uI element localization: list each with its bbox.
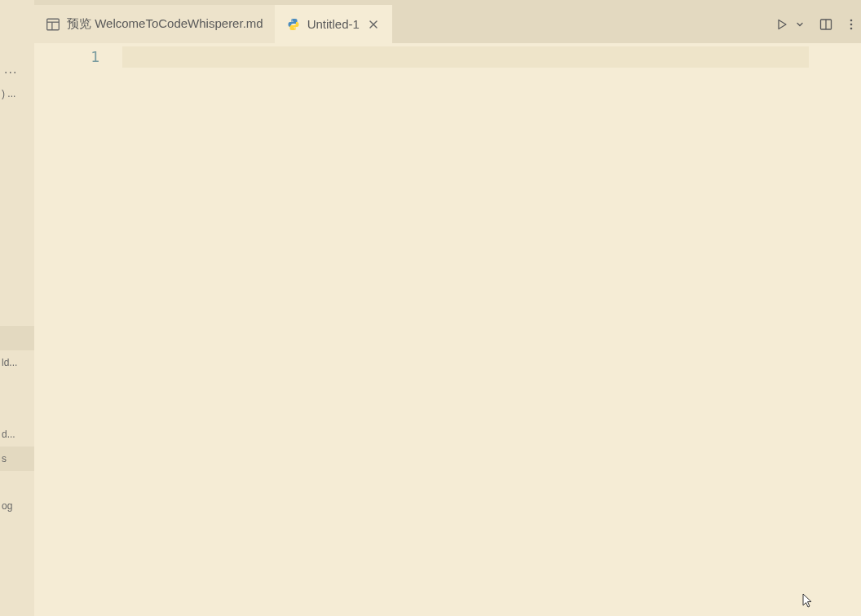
svg-point-7 — [850, 19, 853, 21]
main-area: 预览 WelcomeToCodeWhisperer.md Untitled-1 — [34, 0, 861, 616]
sidebar-item-2[interactable] — [0, 326, 34, 350]
line-number: 1 — [34, 46, 99, 68]
split-editor-button[interactable] — [815, 14, 837, 35]
sidebar-item-4[interactable]: d... — [0, 422, 34, 447]
sidebar-item-6[interactable]: og — [0, 494, 34, 518]
gutter: 1 — [34, 43, 122, 616]
editor[interactable]: 1 — [34, 43, 861, 616]
sidebar-item-ellipsis[interactable]: ... — [0, 57, 34, 81]
tab-label: 预览 WelcomeToCodeWhisperer.md — [67, 16, 263, 32]
sidebar: ... ) ... ld... d... s og — [0, 0, 34, 616]
sidebar-item-3[interactable]: ld... — [0, 350, 34, 375]
python-icon — [286, 17, 301, 32]
svg-point-8 — [850, 23, 853, 25]
run-button[interactable] — [771, 14, 793, 35]
tab-bar: 预览 WelcomeToCodeWhisperer.md Untitled-1 — [34, 0, 861, 43]
sidebar-item-1[interactable]: ) ... — [0, 81, 34, 106]
tab-label: Untitled-1 — [307, 17, 360, 31]
chevron-down-icon[interactable] — [794, 14, 806, 35]
more-actions-button[interactable] — [846, 14, 856, 35]
tab-welcome-preview[interactable]: 预览 WelcomeToCodeWhisperer.md — [34, 5, 275, 43]
close-icon[interactable] — [366, 17, 381, 32]
svg-rect-0 — [47, 19, 60, 30]
preview-icon — [46, 17, 60, 32]
code-area[interactable] — [122, 43, 861, 616]
current-line-highlight — [122, 46, 809, 68]
svg-point-9 — [850, 27, 853, 29]
tab-untitled-1[interactable]: Untitled-1 — [275, 5, 392, 43]
sidebar-item-5[interactable]: s — [0, 447, 34, 471]
tabbar-actions — [771, 5, 861, 43]
